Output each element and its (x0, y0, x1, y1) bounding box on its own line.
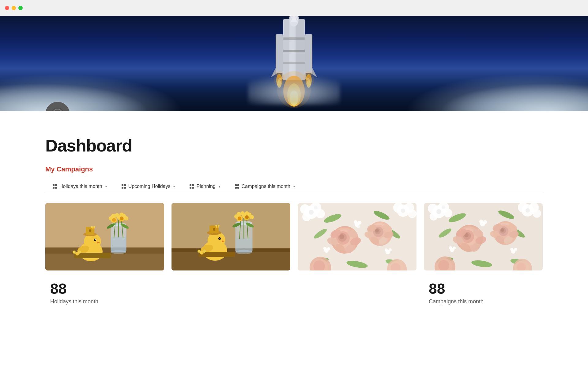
svg-point-114 (217, 226, 218, 228)
chevron-down-icon-2: ▾ (173, 185, 175, 188)
hero-banner (0, 16, 588, 111)
svg-point-190 (533, 209, 541, 218)
card-roses-1[interactable] (298, 203, 417, 270)
svg-point-57 (120, 217, 123, 220)
svg-point-156 (375, 229, 379, 232)
svg-point-75 (73, 251, 76, 254)
svg-point-228 (453, 247, 456, 250)
svg-rect-36 (45, 203, 164, 252)
stat-campaigns-label: Campaigns this month (429, 298, 538, 305)
svg-point-186 (442, 205, 445, 209)
svg-point-231 (514, 248, 517, 251)
svg-point-144 (339, 234, 344, 239)
svg-rect-78 (172, 203, 290, 251)
tab-holidays-month-label: Holidays this month (59, 184, 102, 189)
title-bar (0, 0, 588, 16)
tab-upcoming-holidays[interactable]: Upcoming Holidays ▾ (114, 181, 183, 193)
tab-planning-label: Planning (196, 184, 215, 189)
svg-point-70 (91, 226, 93, 228)
svg-rect-5 (283, 37, 305, 40)
svg-point-171 (385, 248, 388, 251)
svg-point-224 (479, 220, 483, 223)
svg-point-112 (215, 225, 217, 227)
chevron-down-icon-1: ▾ (105, 185, 107, 188)
svg-point-54 (124, 216, 128, 220)
grid-icon-4 (235, 184, 239, 189)
svg-point-181 (428, 204, 438, 213)
svg-point-123 (316, 209, 325, 218)
svg-point-99 (245, 215, 249, 219)
svg-point-191 (526, 208, 530, 213)
svg-point-230 (510, 248, 513, 251)
svg-point-105 (220, 238, 221, 239)
svg-point-71 (93, 226, 95, 228)
svg-point-63 (95, 239, 96, 240)
stat-holidays-month: 88 Holidays this month (45, 275, 164, 310)
svg-point-121 (300, 204, 310, 214)
chevron-down-icon-3: ▾ (219, 185, 220, 188)
maximize-button[interactable] (18, 6, 23, 10)
svg-point-169 (327, 247, 330, 250)
svg-point-225 (483, 220, 487, 224)
svg-rect-6 (283, 50, 305, 52)
svg-rect-115 (199, 252, 235, 257)
svg-point-130 (408, 209, 417, 218)
svg-point-185 (436, 209, 441, 214)
svg-point-131 (401, 209, 405, 213)
svg-point-125 (309, 210, 314, 215)
stat-campaigns-number: 88 (429, 280, 538, 297)
svg-rect-42 (111, 237, 126, 251)
stat-planning (298, 275, 417, 310)
page-icon (45, 102, 70, 111)
grid-icon-3 (190, 184, 194, 189)
svg-point-165 (358, 221, 361, 224)
svg-rect-7 (283, 62, 305, 64)
section-title: My Campaigns (45, 165, 543, 173)
svg-point-227 (449, 246, 452, 249)
tabs-container: Holidays this month ▾ Upcoming Holidays … (45, 181, 543, 193)
svg-rect-9 (305, 34, 312, 74)
svg-point-126 (314, 206, 318, 209)
svg-rect-8 (276, 34, 283, 74)
svg-point-164 (354, 220, 357, 224)
smoke-cloud (248, 74, 340, 105)
svg-rect-84 (236, 238, 252, 252)
page-icon-wrapper (45, 102, 70, 111)
tab-campaigns-month[interactable]: Campaigns this month ▾ (228, 181, 302, 193)
page-title: Dashboard (45, 136, 543, 155)
svg-point-117 (198, 250, 201, 253)
close-button[interactable] (5, 6, 9, 10)
tab-upcoming-holidays-label: Upcoming Holidays (128, 184, 171, 189)
cloud-left-2 (0, 68, 265, 111)
grid-icon-1 (53, 184, 57, 189)
svg-point-68 (89, 229, 91, 232)
svg-point-48 (111, 214, 115, 218)
svg-point-93 (238, 217, 241, 220)
svg-rect-80 (172, 248, 290, 252)
svg-point-172 (389, 248, 392, 251)
content-area: Dashboard My Campaigns Holidays this mon… (0, 111, 588, 322)
cloud-right-2 (323, 68, 588, 111)
svg-point-51 (112, 218, 116, 222)
svg-point-110 (213, 228, 215, 231)
stat-upcoming (172, 275, 290, 310)
svg-point-166 (357, 225, 360, 228)
grid-icon-2 (122, 184, 126, 189)
card-holidays-1[interactable] (45, 203, 164, 270)
minimize-button[interactable] (12, 6, 16, 10)
svg-point-90 (237, 212, 241, 216)
tab-holidays-month[interactable]: Holidays this month ▾ (45, 181, 114, 193)
svg-point-76 (78, 251, 81, 254)
svg-point-96 (250, 215, 254, 219)
stat-campaigns-month: 88 Campaigns this month (424, 275, 543, 310)
tab-planning[interactable]: Planning ▾ (182, 181, 227, 193)
stats-row: 88 Holidays this month 88 Campaigns this… (45, 275, 543, 310)
stat-holidays-label: Holidays this month (50, 298, 159, 305)
gallery-grid (45, 203, 543, 270)
stat-holidays-number: 88 (50, 280, 159, 297)
svg-point-113 (218, 225, 220, 227)
svg-point-72 (92, 228, 94, 229)
card-roses-2[interactable] (424, 203, 543, 270)
tab-campaigns-month-label: Campaigns this month (242, 184, 290, 189)
card-holidays-2[interactable] (172, 203, 290, 270)
